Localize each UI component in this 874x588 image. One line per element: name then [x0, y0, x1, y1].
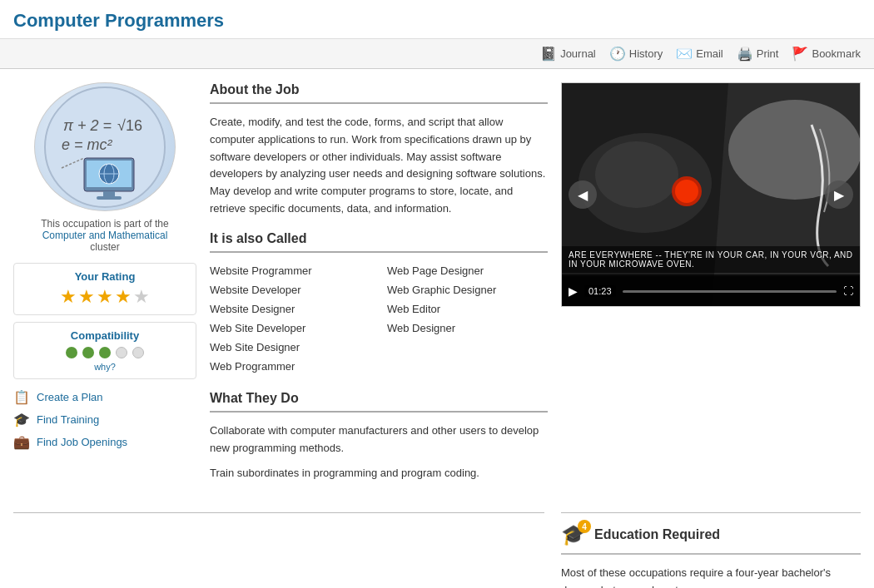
also-called-item: Web Designer — [387, 320, 548, 336]
also-called-item: Website Developer — [210, 282, 370, 298]
journal-label: Journal — [560, 47, 596, 60]
compatibility-section: Compatibility why? — [13, 322, 196, 379]
sidebar: π + 2 = √16 e = mc² — [13, 82, 196, 499]
sidebar-links: 📋 Create a Plan 🎓 Find Training 💼 Find J… — [13, 389, 196, 450]
what-they-do-title: What They Do — [210, 391, 548, 413]
also-called-item: Website Designer — [210, 301, 370, 317]
svg-text:√16: √16 — [117, 117, 142, 134]
find-training-icon: 🎓 — [13, 412, 30, 427]
find-jobs-icon: 💼 — [13, 434, 30, 450]
lower-left — [13, 512, 544, 588]
dot-2 — [82, 347, 94, 358]
also-called-section: It is also Called Website Programmer Web… — [210, 231, 548, 374]
lower-right: 🎓 4 Education Required Most of these occ… — [561, 512, 861, 588]
create-plan-icon: 📋 — [13, 389, 30, 405]
dot-4 — [116, 347, 127, 358]
occupation-image-container: π + 2 = √16 e = mc² — [13, 82, 196, 211]
education-divider — [561, 553, 861, 555]
education-body: Most of these occupations require a four… — [561, 565, 861, 588]
occupation-illustration: π + 2 = √16 e = mc² — [38, 85, 171, 210]
occupation-image: π + 2 = √16 e = mc² — [34, 82, 176, 211]
star-3[interactable]: ★ — [97, 286, 113, 308]
dot-3 — [99, 347, 111, 358]
video-controls: ▶ 01:23 ⛶ — [562, 276, 860, 306]
star-2[interactable]: ★ — [78, 286, 95, 308]
svg-text:e = mc²: e = mc² — [62, 136, 113, 153]
also-called-title: It is also Called — [210, 231, 548, 253]
video-text-overlay: ARE EVERYWHERE -- THEY'RE IN YOUR CAR, I… — [562, 246, 860, 273]
lower-content: 🎓 4 Education Required Most of these occ… — [0, 512, 874, 588]
history-label: History — [629, 47, 663, 60]
education-header: 🎓 4 Education Required — [561, 523, 861, 546]
star-5[interactable]: ★ — [133, 286, 150, 308]
about-job-body: Create, modify, and test the code, forms… — [210, 114, 548, 218]
create-plan-link[interactable]: 📋 Create a Plan — [13, 389, 196, 405]
find-jobs-label: Find Job Openings — [37, 436, 127, 448]
also-called-item: Web Site Designer — [210, 339, 370, 355]
star-1[interactable]: ★ — [60, 286, 77, 308]
what-they-do-section: What They Do Collaborate with computer m… — [210, 391, 548, 482]
fullscreen-button[interactable]: ⛶ — [843, 285, 853, 297]
video-time: 01:23 — [584, 285, 616, 297]
svg-point-17 — [675, 180, 698, 203]
dot-1 — [66, 347, 77, 358]
what-they-do-item-2: Train subordinates in programming and pr… — [210, 465, 548, 482]
video-placeholder: ARE EVERYWHERE -- THEY'RE IN YOUR CAR, I… — [562, 83, 860, 306]
also-called-item: Web Site Developer — [210, 320, 370, 336]
journal-button[interactable]: 📓 Journal — [540, 46, 596, 62]
why-link[interactable]: why? — [21, 362, 189, 372]
bookmark-label: Bookmark — [812, 47, 861, 60]
also-called-item: Web Editor — [387, 301, 548, 317]
also-called-item — [387, 358, 548, 374]
history-button[interactable]: 🕐 History — [609, 46, 663, 62]
main-content: About the Job Create, modify, and test t… — [210, 82, 548, 499]
what-they-do-item-1: Collaborate with computer manufacturers … — [210, 422, 548, 457]
also-called-grid: Website Programmer Web Page Designer Web… — [210, 263, 548, 374]
education-icon-container: 🎓 4 — [561, 523, 586, 546]
journal-icon: 📓 — [540, 46, 557, 62]
cluster-link[interactable]: Computer and Mathematical — [42, 230, 168, 241]
dot-5 — [132, 347, 144, 358]
rating-label: Your Rating — [21, 270, 189, 283]
svg-text:π + 2 =: π + 2 = — [63, 117, 112, 134]
email-button[interactable]: ✉️ Email — [676, 46, 723, 62]
education-section: 🎓 4 Education Required Most of these occ… — [561, 512, 861, 588]
play-button[interactable]: ▶ — [569, 284, 578, 298]
svg-rect-9 — [103, 191, 115, 196]
video-prev-button[interactable]: ◀ — [569, 180, 597, 209]
also-called-item: Website Programmer — [210, 263, 370, 279]
star-4[interactable]: ★ — [115, 286, 132, 308]
svg-point-14 — [595, 141, 678, 208]
print-label: Print — [757, 47, 779, 60]
print-button[interactable]: 🖨️ Print — [737, 46, 779, 62]
create-plan-label: Create a Plan — [37, 391, 103, 403]
stars-container[interactable]: ★ ★ ★ ★ ★ — [21, 286, 189, 308]
bookmark-icon: 🚩 — [792, 46, 808, 62]
education-title: Education Required — [594, 527, 720, 542]
also-called-item: Web Programmer — [210, 358, 370, 374]
history-icon: 🕐 — [609, 46, 626, 62]
right-panel: ARE EVERYWHERE -- THEY'RE IN YOUR CAR, I… — [561, 82, 861, 499]
email-label: Email — [696, 47, 723, 60]
print-icon: 🖨️ — [737, 46, 753, 62]
bookmark-button[interactable]: 🚩 Bookmark — [792, 46, 861, 62]
video-next-button[interactable]: ▶ — [825, 180, 853, 209]
email-icon: ✉️ — [676, 46, 693, 62]
page-title: Computer Programmers — [13, 10, 224, 31]
also-called-item — [387, 339, 548, 355]
cluster-text: This occupation is part of the Computer … — [13, 218, 196, 253]
find-training-label: Find Training — [37, 413, 99, 426]
education-badge: 4 — [578, 520, 591, 533]
rating-section: Your Rating ★ ★ ★ ★ ★ — [13, 263, 196, 315]
video-progress-bar[interactable] — [623, 290, 837, 293]
about-job-title: About the Job — [210, 82, 548, 104]
find-jobs-link[interactable]: 💼 Find Job Openings — [13, 434, 196, 450]
compatibility-dots — [21, 347, 189, 358]
also-called-item: Web Graphic Designer — [387, 282, 548, 298]
compatibility-label: Compatibility — [21, 329, 189, 342]
svg-rect-10 — [97, 196, 122, 200]
find-training-link[interactable]: 🎓 Find Training — [13, 412, 196, 427]
also-called-item: Web Page Designer — [387, 263, 548, 279]
about-job-section: About the Job Create, modify, and test t… — [210, 82, 548, 218]
video-container: ARE EVERYWHERE -- THEY'RE IN YOUR CAR, I… — [561, 82, 861, 307]
